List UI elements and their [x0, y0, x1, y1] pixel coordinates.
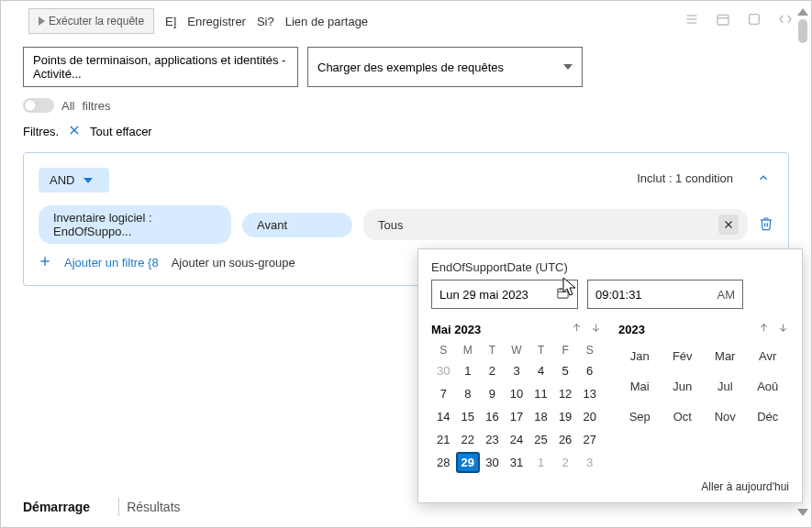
- month-cell[interactable]: Fév: [662, 349, 705, 363]
- calendar-day[interactable]: 5: [553, 360, 578, 381]
- calendar-day[interactable]: 9: [480, 383, 505, 404]
- calendar-day[interactable]: 22: [456, 429, 481, 450]
- month-cell[interactable]: Jul: [704, 380, 747, 393]
- calendar-day[interactable]: 1: [456, 360, 481, 381]
- calendar-day[interactable]: 1: [528, 452, 553, 473]
- clear-icon[interactable]: [68, 124, 81, 139]
- prev-year-button[interactable]: [758, 322, 770, 336]
- date-input[interactable]: Lun 29 mai 2023: [431, 280, 578, 309]
- add-subgroup-button[interactable]: Ajouter un sous-groupe: [172, 256, 295, 270]
- month-title[interactable]: Mai 2023: [431, 323, 481, 336]
- chevron-down-icon: [83, 178, 93, 183]
- calendar-day[interactable]: 18: [528, 406, 553, 427]
- month-calendar: Mai 2023 SMTWTFS 30123456789101112131415…: [431, 322, 602, 473]
- calendar-day[interactable]: 24: [505, 429, 529, 450]
- calendar-day[interactable]: 26: [553, 429, 578, 450]
- list-icon[interactable]: [684, 12, 699, 30]
- calendar-day[interactable]: 13: [577, 383, 602, 404]
- clear-value-button[interactable]: [718, 214, 739, 235]
- calendar-day[interactable]: 28: [431, 452, 456, 473]
- month-cell[interactable]: Déc: [747, 410, 790, 424]
- next-year-button[interactable]: [777, 322, 789, 336]
- operator-pill[interactable]: Avant: [242, 213, 352, 237]
- si-button[interactable]: Si?: [257, 15, 274, 28]
- calendar-day[interactable]: 30: [480, 452, 505, 473]
- calendar-day[interactable]: 23: [480, 429, 505, 450]
- scope-dropdown[interactable]: Points de terminaison, applications et i…: [23, 47, 298, 87]
- calendar-day[interactable]: 2: [553, 452, 578, 473]
- calendar-day[interactable]: 14: [431, 406, 456, 427]
- field-pill[interactable]: Inventaire logiciel : EndOfSuppo...: [39, 205, 231, 244]
- calendar-day[interactable]: 21: [431, 429, 456, 450]
- and-operator-pill[interactable]: AND: [39, 168, 109, 192]
- month-cell[interactable]: Avr: [747, 349, 790, 363]
- run-label: Exécuter la requête: [49, 15, 144, 28]
- tab-start[interactable]: Démarrage: [23, 500, 90, 518]
- calendar-day[interactable]: 31: [505, 452, 529, 473]
- month-cell[interactable]: Aoû: [747, 380, 790, 393]
- calendar-day[interactable]: 8: [456, 383, 481, 404]
- calendar-day[interactable]: 6: [577, 360, 602, 381]
- dow-label: S: [431, 344, 456, 357]
- dow-label: W: [505, 344, 529, 357]
- calendar-day[interactable]: 15: [456, 406, 481, 427]
- add-filter-button[interactable]: Ajouter un filtre {8: [64, 256, 159, 270]
- calendar-day[interactable]: 4: [528, 360, 553, 381]
- go-today-button[interactable]: Aller à aujourd'hui: [431, 480, 789, 493]
- run-query-button[interactable]: Exécuter la requête: [28, 8, 154, 34]
- month-cell[interactable]: Mar: [704, 349, 747, 363]
- calendar-day[interactable]: 20: [577, 406, 602, 427]
- settings-icon[interactable]: [747, 12, 762, 30]
- calendar-day[interactable]: 30: [431, 360, 456, 381]
- month-cell[interactable]: Jun: [662, 380, 705, 393]
- delete-filter-button[interactable]: [759, 216, 773, 234]
- collapse-button[interactable]: [757, 171, 770, 187]
- save-button[interactable]: Enregistrer: [187, 15, 246, 28]
- code-icon[interactable]: [778, 12, 793, 30]
- calendar-day[interactable]: 11: [528, 383, 553, 404]
- scroll-up-icon[interactable]: [797, 8, 808, 16]
- svg-rect-5: [750, 15, 760, 25]
- value-pill[interactable]: Tous: [363, 209, 748, 240]
- filters-label: Filtres.: [23, 125, 59, 138]
- calendar-day[interactable]: 2: [480, 360, 505, 381]
- calendar-day[interactable]: 7: [431, 383, 456, 404]
- calendar-day[interactable]: 27: [577, 429, 602, 450]
- calendar-day[interactable]: 16: [480, 406, 505, 427]
- calendar-day[interactable]: 29: [456, 452, 481, 473]
- all-filters-toggle[interactable]: [23, 98, 54, 113]
- and-label: AND: [50, 173, 74, 187]
- dow-label: M: [456, 344, 481, 357]
- operator-pill-label: Avant: [257, 218, 287, 232]
- toggle-filters-label: filtres: [82, 99, 110, 113]
- scroll-thumb[interactable]: [798, 19, 807, 43]
- calendar-day[interactable]: 25: [528, 429, 553, 450]
- time-input[interactable]: 09:01:31 AM: [587, 280, 743, 309]
- tab-results[interactable]: Résultats: [127, 500, 180, 518]
- calendar-day[interactable]: 12: [553, 383, 578, 404]
- includes-label: Inclut : 1 condition: [637, 171, 733, 185]
- month-cell[interactable]: Sep: [618, 410, 662, 424]
- year-title[interactable]: 2023: [618, 323, 645, 336]
- month-cell[interactable]: Oct: [662, 410, 705, 424]
- examples-dropdown[interactable]: Charger des exemples de requêtes: [307, 47, 583, 87]
- calendar-icon[interactable]: [716, 12, 730, 30]
- calendar-day[interactable]: 19: [553, 406, 578, 427]
- prev-month-button[interactable]: [571, 322, 583, 336]
- chevron-down-icon: [563, 64, 573, 70]
- calendar-day[interactable]: 10: [505, 383, 529, 404]
- clear-all-button[interactable]: Tout effacer: [90, 125, 152, 138]
- share-link-button[interactable]: Lien de partage: [285, 15, 368, 28]
- calendar-day[interactable]: 3: [577, 452, 602, 473]
- svg-rect-3: [717, 15, 729, 25]
- scroll-down-icon[interactable]: [797, 509, 808, 516]
- calendar-picker-icon[interactable]: [556, 286, 570, 302]
- month-cell[interactable]: Mai: [618, 380, 662, 393]
- value-pill-label: Tous: [378, 218, 403, 232]
- date-value: Lun 29 mai 2023: [439, 288, 528, 302]
- month-cell[interactable]: Nov: [704, 410, 747, 424]
- calendar-day[interactable]: 17: [505, 406, 529, 427]
- next-month-button[interactable]: [590, 322, 602, 336]
- month-cell[interactable]: Jan: [618, 349, 662, 363]
- calendar-day[interactable]: 3: [505, 360, 529, 381]
